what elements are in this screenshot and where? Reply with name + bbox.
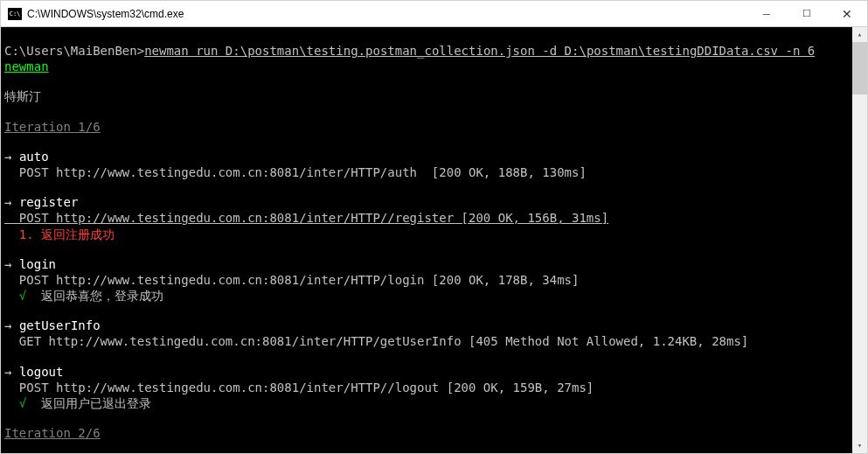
cmd-window: C:\WINDOWS\system32\cmd.exe ─ ☐ ✕ C:\Use… [0,0,868,454]
cmd-icon [8,8,22,20]
request-logout-result: POST http://www.testingedu.com.cn:8081/i… [4,380,849,395]
assertion-num: 1. [4,227,34,241]
scrollbar-thumb[interactable] [852,42,867,94]
request-getuserinfo-result: GET http://www.testingedu.com.cn:8081/in… [4,333,849,349]
assertion-text: 返回恭喜您，登录成功 [34,289,163,303]
prompt: C:\Users\MaiBenBen> [4,44,144,58]
request-logout: → logout [4,364,849,380]
request-name: login [19,257,56,271]
request-name: logout [19,365,64,379]
command-line: C:\Users\MaiBenBen>newman run D:\postman… [4,43,849,59]
arrow-icon: → [4,195,11,209]
request-login: → login [4,256,849,272]
close-button[interactable]: ✕ [827,1,867,26]
request-register-result: POST http://www.testingedu.com.cn:8081/i… [4,210,849,226]
command-text: newman run D:\postman\testing.postman_co… [144,44,815,58]
request-login-result: POST http://www.testingedu.com.cn:8081/i… [4,272,849,288]
arrow-icon: → [4,365,11,379]
scrollbar[interactable]: ▴ ▾ [852,27,867,453]
iteration-1-header: Iteration 1/6 [4,119,849,135]
minimize-button[interactable]: ─ [746,1,787,26]
assertion-passed: √ 返回用户已退出登录 [4,395,849,411]
request-register: → register [4,194,849,210]
titlebar[interactable]: C:\WINDOWS\system32\cmd.exe ─ ☐ ✕ [1,1,867,27]
arrow-icon: → [4,257,11,271]
assertion-text: 返回注册成功 [34,227,115,241]
checkmark-icon: √ [4,289,34,303]
newman-header: newman [4,59,849,74]
maximize-button[interactable]: ☐ [787,1,827,26]
arrow-icon: → [4,150,11,164]
request-getuserinfo: → getUserInfo [4,318,849,333]
collection-name: 特斯汀 [4,88,849,104]
request-auto-1: → auto [4,149,849,164]
checkmark-icon: √ [4,396,34,410]
window-title: C:\WINDOWS\system32\cmd.exe [27,8,746,20]
request-auto-1-result: POST http://www.testingedu.com.cn:8081/i… [4,164,849,180]
terminal-area[interactable]: C:\Users\MaiBenBen>newman run D:\postman… [1,27,867,453]
iteration-2-header: Iteration 2/6 [4,425,849,441]
assertion-failed: 1. 返回注册成功 [4,227,849,242]
request-name: getUserInfo [19,318,101,332]
assertion-passed: √ 返回恭喜您，登录成功 [4,288,849,304]
scroll-up-button[interactable]: ▴ [852,27,867,42]
arrow-icon: → [4,318,11,332]
window-controls: ─ ☐ ✕ [746,1,867,26]
scroll-down-button[interactable]: ▾ [852,438,867,453]
assertion-text: 返回用户已退出登录 [34,396,151,410]
request-name: register [19,195,78,209]
scrollbar-track[interactable] [852,42,867,438]
request-name: auto [19,150,49,164]
